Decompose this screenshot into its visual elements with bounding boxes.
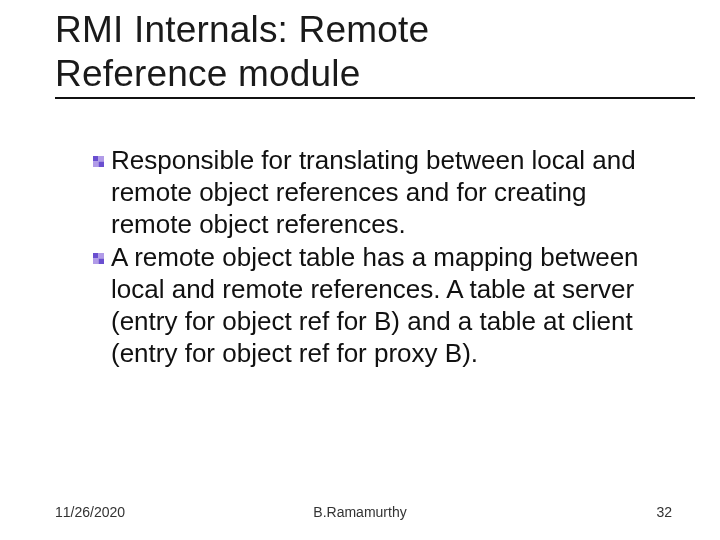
svg-rect-2 — [93, 162, 99, 168]
list-item: Responsible for translating between loca… — [93, 145, 660, 240]
svg-rect-4 — [93, 253, 99, 259]
svg-rect-6 — [93, 259, 99, 265]
svg-rect-1 — [99, 156, 105, 162]
slide-footer: 11/26/2020 B.Ramamurthy 32 — [0, 504, 720, 520]
diamond-bullet-icon — [93, 156, 104, 167]
list-item: A remote object table has a mapping betw… — [93, 242, 660, 369]
slide-body: Responsible for translating between loca… — [55, 145, 680, 369]
footer-page-number: 32 — [656, 504, 672, 520]
svg-rect-5 — [99, 253, 105, 259]
diamond-bullet-icon — [93, 253, 104, 264]
footer-date: 11/26/2020 — [55, 504, 125, 520]
svg-rect-3 — [99, 162, 105, 168]
slide-title: RMI Internals: Remote Reference module — [55, 8, 680, 95]
bullet-text: A remote object table has a mapping betw… — [111, 242, 660, 369]
slide: RMI Internals: Remote Reference module R… — [0, 0, 720, 540]
title-underline — [55, 97, 695, 99]
svg-rect-0 — [93, 156, 99, 162]
title-line-1: RMI Internals: Remote — [55, 9, 429, 50]
svg-rect-7 — [99, 259, 105, 265]
bullet-text: Responsible for translating between loca… — [111, 145, 660, 240]
title-line-2: Reference module — [55, 53, 361, 94]
footer-author: B.Ramamurthy — [313, 504, 406, 520]
